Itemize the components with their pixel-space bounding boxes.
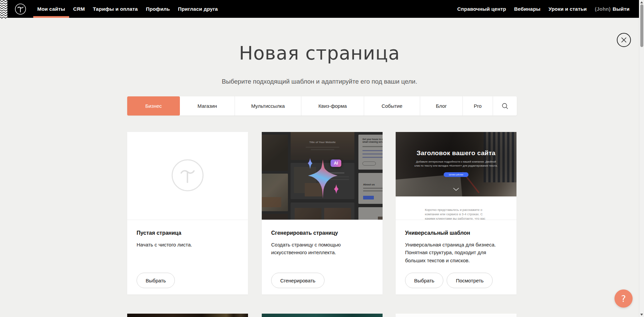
template-card-partial[interactable] [127, 314, 248, 317]
nav-webinars[interactable]: Вебинары [510, 0, 544, 18]
main-nav: Мои сайты CRM Тарифы и оплата Профиль Пр… [33, 0, 222, 18]
user-name: (John) [595, 6, 611, 12]
nav-profile[interactable]: Профиль [142, 0, 174, 18]
universal-template-preview[interactable]: Заголовок вашего сайта Добавьте интересн… [396, 132, 516, 220]
page-subtitle: Выберите подходящий шаблон и адаптируйте… [0, 78, 639, 85]
tab-search[interactable] [493, 96, 517, 116]
hero-content: Заголовок вашего сайта Добавьте интересн… [396, 132, 516, 196]
page: Мои сайты CRM Тарифы и оплата Профиль Пр… [0, 0, 644, 317]
card-body: Пустая страница Начать с чистого листа. … [127, 220, 248, 294]
topbar: Мои сайты CRM Тарифы и оплата Профиль Пр… [0, 0, 639, 18]
generate-button[interactable]: Сгенерировать [271, 273, 325, 288]
choose-button[interactable]: Выбрать [137, 273, 175, 288]
card-body: Сгенерировать страницу Создать страницу … [262, 220, 383, 294]
hero-subtitle: Добавьте интересные подробности о вашей … [414, 160, 498, 168]
card-description: Создать страницу с помощью искусственног… [271, 241, 355, 257]
hero-title: Заголовок вашего сайта [396, 149, 516, 157]
template-card-blank: Пустая страница Начать с чистого листа. … [127, 132, 248, 295]
ai-badge: AI [331, 160, 341, 167]
scrollbar-thumb[interactable] [640, 4, 643, 47]
template-card-partial[interactable] [396, 314, 516, 317]
logout-link[interactable]: Выйти [613, 6, 630, 12]
nav-user-block: (John) Выйти [591, 0, 634, 18]
template-card-partial[interactable] [262, 314, 383, 317]
template-card-universal: Заголовок вашего сайта Добавьте интересн… [396, 132, 516, 295]
help-button[interactable]: ? [614, 289, 633, 308]
blank-template-preview[interactable] [127, 132, 248, 220]
card-title: Пустая страница [137, 230, 239, 236]
choose-button[interactable]: Выбрать [405, 273, 443, 288]
chevron-down-icon [453, 188, 459, 191]
template-card-generate: Title of Your Website Get your house in … [262, 132, 383, 295]
tab-shop[interactable]: Магазин [180, 96, 235, 116]
card-title: Универсальный шаблон [405, 230, 507, 236]
card-title: Сгенерировать страницу [271, 230, 373, 236]
tilda-logo[interactable] [15, 3, 26, 15]
card-description: Начать с чистого листа. [137, 241, 234, 248]
search-icon [501, 102, 509, 110]
help-icon: ? [621, 293, 626, 304]
tab-event[interactable]: Событие [364, 96, 420, 116]
nav-pricing[interactable]: Тарифы и оплата [89, 0, 142, 18]
nav-crm[interactable]: CRM [69, 0, 89, 18]
scrollbar[interactable] [639, 0, 644, 317]
tab-multilink[interactable]: Мультиссылка [235, 96, 301, 116]
card-actions: Выбрать [137, 273, 175, 288]
template-category-tabs: Бизнес Магазин Мультиссылка Квиз-форма С… [127, 96, 517, 116]
zigzag-pattern [0, 0, 7, 19]
scroll-down-arrow[interactable] [640, 314, 643, 316]
tab-blog[interactable]: Блог [420, 96, 463, 116]
template-hero: Заголовок вашего сайта Добавьте интересн… [396, 132, 516, 196]
tab-pro[interactable]: Pro [463, 96, 493, 116]
tab-quiz-form[interactable]: Квиз-форма [301, 96, 364, 116]
preview-button[interactable]: Посмотреть [447, 273, 493, 288]
tab-business[interactable]: Бизнес [127, 96, 180, 116]
hero-cta-button: Целевое действие [444, 172, 468, 177]
page-title: Новая страница [0, 42, 639, 64]
close-icon [621, 37, 627, 43]
card-actions: Выбрать Посмотреть [405, 273, 493, 288]
card-description: Универсальная страница для бизнеса. Поня… [405, 241, 502, 264]
close-button[interactable] [617, 33, 631, 47]
nav-help-center[interactable]: Справочный центр [453, 0, 510, 18]
secondary-nav: Справочный центр Вебинары Уроки и статьи… [453, 0, 639, 18]
nav-invite-friend[interactable]: Пригласи друга [174, 0, 222, 18]
template-body-text: Коротко представьтесь и расскажите о ком… [425, 208, 491, 220]
nav-my-sites[interactable]: Мои сайты [33, 0, 69, 18]
template-body-section: Коротко представьтесь и расскажите о ком… [396, 196, 516, 220]
card-body: Универсальный шаблон Универсальная стран… [396, 220, 516, 294]
tilda-watermark-icon [171, 159, 204, 193]
nav-lessons[interactable]: Уроки и статьи [545, 0, 591, 18]
scroll-up-arrow[interactable] [640, 1, 643, 3]
card-actions: Сгенерировать [271, 273, 325, 288]
ai-template-preview[interactable]: Title of Your Website Get your house in … [262, 132, 383, 220]
